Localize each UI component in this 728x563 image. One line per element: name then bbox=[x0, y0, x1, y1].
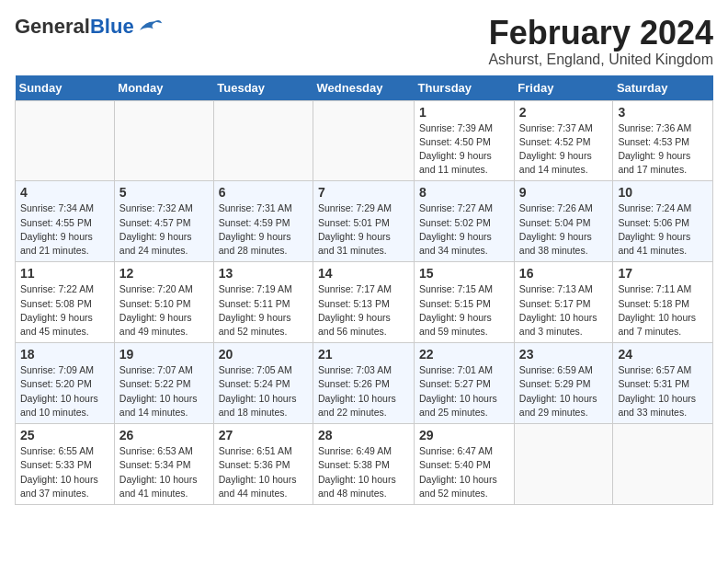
calendar-cell: 22Sunrise: 7:01 AM Sunset: 5:27 PM Dayli… bbox=[415, 343, 515, 424]
calendar-cell: 7Sunrise: 7:29 AM Sunset: 5:01 PM Daylig… bbox=[313, 181, 415, 262]
day-number: 29 bbox=[419, 428, 509, 442]
day-info: Sunrise: 6:57 AM Sunset: 5:31 PM Dayligh… bbox=[618, 363, 708, 419]
day-info: Sunrise: 7:17 AM Sunset: 5:13 PM Dayligh… bbox=[318, 282, 409, 339]
day-info: Sunrise: 7:32 AM Sunset: 4:57 PM Dayligh… bbox=[119, 201, 209, 258]
calendar-cell: 18Sunrise: 7:09 AM Sunset: 5:20 PM Dayli… bbox=[16, 343, 115, 424]
calendar-cell: 1Sunrise: 7:39 AM Sunset: 4:50 PM Daylig… bbox=[415, 100, 515, 181]
day-number: 17 bbox=[618, 266, 708, 281]
calendar-cell: 15Sunrise: 7:15 AM Sunset: 5:15 PM Dayli… bbox=[415, 262, 515, 343]
day-info: Sunrise: 7:07 AM Sunset: 5:22 PM Dayligh… bbox=[119, 363, 209, 419]
day-info: Sunrise: 6:59 AM Sunset: 5:29 PM Dayligh… bbox=[519, 363, 609, 419]
day-number: 27 bbox=[219, 428, 308, 442]
logo-bird-icon bbox=[136, 17, 164, 37]
calendar-cell: 14Sunrise: 7:17 AM Sunset: 5:13 PM Dayli… bbox=[313, 262, 415, 343]
day-number: 7 bbox=[318, 185, 409, 200]
calendar-cell: 10Sunrise: 7:24 AM Sunset: 5:06 PM Dayli… bbox=[613, 181, 713, 262]
weekday-header: Sunday bbox=[16, 75, 115, 101]
calendar-cell: 19Sunrise: 7:07 AM Sunset: 5:22 PM Dayli… bbox=[114, 343, 213, 424]
day-info: Sunrise: 7:29 AM Sunset: 5:01 PM Dayligh… bbox=[318, 201, 409, 258]
weekday-header: Tuesday bbox=[213, 75, 313, 101]
month-title: February 2024 bbox=[488, 15, 713, 52]
calendar-cell: 3Sunrise: 7:36 AM Sunset: 4:53 PM Daylig… bbox=[613, 100, 713, 181]
weekday-header: Thursday bbox=[415, 75, 515, 101]
weekday-header: Saturday bbox=[613, 75, 713, 101]
day-info: Sunrise: 7:15 AM Sunset: 5:15 PM Dayligh… bbox=[419, 282, 509, 339]
calendar-cell bbox=[16, 100, 115, 181]
calendar-cell: 26Sunrise: 6:53 AM Sunset: 5:34 PM Dayli… bbox=[114, 424, 213, 505]
day-info: Sunrise: 7:24 AM Sunset: 5:06 PM Dayligh… bbox=[618, 201, 708, 258]
day-number: 26 bbox=[119, 428, 209, 442]
calendar-cell: 5Sunrise: 7:32 AM Sunset: 4:57 PM Daylig… bbox=[114, 181, 213, 262]
day-number: 6 bbox=[219, 185, 308, 200]
page-header: GeneralBlue February 2024 Ashurst, Engla… bbox=[15, 15, 713, 68]
day-number: 10 bbox=[618, 185, 708, 200]
calendar-cell: 16Sunrise: 7:13 AM Sunset: 5:17 PM Dayli… bbox=[514, 262, 613, 343]
day-number: 14 bbox=[318, 266, 409, 281]
day-number: 11 bbox=[20, 266, 109, 281]
calendar-cell: 12Sunrise: 7:20 AM Sunset: 5:10 PM Dayli… bbox=[114, 262, 213, 343]
calendar-cell bbox=[613, 424, 713, 505]
day-info: Sunrise: 7:36 AM Sunset: 4:53 PM Dayligh… bbox=[618, 121, 708, 178]
day-info: Sunrise: 6:49 AM Sunset: 5:38 PM Dayligh… bbox=[318, 444, 409, 500]
calendar-cell: 23Sunrise: 6:59 AM Sunset: 5:29 PM Dayli… bbox=[514, 343, 613, 424]
calendar-cell: 8Sunrise: 7:27 AM Sunset: 5:02 PM Daylig… bbox=[415, 181, 515, 262]
day-number: 15 bbox=[419, 266, 509, 281]
day-info: Sunrise: 7:31 AM Sunset: 4:59 PM Dayligh… bbox=[219, 201, 308, 258]
calendar-table: SundayMondayTuesdayWednesdayThursdayFrid… bbox=[15, 75, 713, 505]
day-number: 24 bbox=[618, 347, 708, 362]
calendar-cell: 27Sunrise: 6:51 AM Sunset: 5:36 PM Dayli… bbox=[213, 424, 313, 505]
day-number: 13 bbox=[219, 266, 308, 281]
calendar-cell bbox=[213, 100, 313, 181]
calendar-cell: 29Sunrise: 6:47 AM Sunset: 5:40 PM Dayli… bbox=[415, 424, 515, 505]
calendar-cell: 20Sunrise: 7:05 AM Sunset: 5:24 PM Dayli… bbox=[213, 343, 313, 424]
day-number: 3 bbox=[618, 105, 708, 120]
day-info: Sunrise: 7:37 AM Sunset: 4:52 PM Dayligh… bbox=[519, 121, 609, 178]
day-info: Sunrise: 7:09 AM Sunset: 5:20 PM Dayligh… bbox=[20, 363, 109, 419]
calendar-cell: 11Sunrise: 7:22 AM Sunset: 5:08 PM Dayli… bbox=[16, 262, 115, 343]
day-info: Sunrise: 6:51 AM Sunset: 5:36 PM Dayligh… bbox=[219, 444, 308, 500]
calendar-cell bbox=[514, 424, 613, 505]
day-number: 9 bbox=[519, 185, 609, 200]
logo-text: GeneralBlue bbox=[15, 15, 134, 39]
day-number: 21 bbox=[318, 347, 409, 362]
day-info: Sunrise: 7:34 AM Sunset: 4:55 PM Dayligh… bbox=[20, 201, 109, 258]
logo-blue: Blue bbox=[90, 15, 134, 38]
day-info: Sunrise: 6:55 AM Sunset: 5:33 PM Dayligh… bbox=[20, 444, 109, 500]
day-info: Sunrise: 7:05 AM Sunset: 5:24 PM Dayligh… bbox=[219, 363, 308, 419]
day-info: Sunrise: 7:27 AM Sunset: 5:02 PM Dayligh… bbox=[419, 201, 509, 258]
day-info: Sunrise: 6:47 AM Sunset: 5:40 PM Dayligh… bbox=[419, 444, 509, 500]
day-info: Sunrise: 7:11 AM Sunset: 5:18 PM Dayligh… bbox=[618, 282, 708, 339]
calendar-cell: 28Sunrise: 6:49 AM Sunset: 5:38 PM Dayli… bbox=[313, 424, 415, 505]
day-info: Sunrise: 7:22 AM Sunset: 5:08 PM Dayligh… bbox=[20, 282, 109, 339]
calendar-week-row: 25Sunrise: 6:55 AM Sunset: 5:33 PM Dayli… bbox=[16, 424, 713, 505]
weekday-header: Friday bbox=[514, 75, 613, 101]
calendar-cell: 4Sunrise: 7:34 AM Sunset: 4:55 PM Daylig… bbox=[16, 181, 115, 262]
day-number: 2 bbox=[519, 105, 609, 120]
calendar-week-row: 4Sunrise: 7:34 AM Sunset: 4:55 PM Daylig… bbox=[16, 181, 713, 262]
calendar-cell: 25Sunrise: 6:55 AM Sunset: 5:33 PM Dayli… bbox=[16, 424, 115, 505]
calendar-cell: 24Sunrise: 6:57 AM Sunset: 5:31 PM Dayli… bbox=[613, 343, 713, 424]
location-title: Ashurst, England, United Kingdom bbox=[488, 52, 713, 68]
weekday-header: Wednesday bbox=[313, 75, 415, 101]
day-number: 12 bbox=[119, 266, 209, 281]
day-number: 22 bbox=[419, 347, 509, 362]
day-info: Sunrise: 7:39 AM Sunset: 4:50 PM Dayligh… bbox=[419, 121, 509, 178]
calendar-cell: 17Sunrise: 7:11 AM Sunset: 5:18 PM Dayli… bbox=[613, 262, 713, 343]
day-number: 23 bbox=[519, 347, 609, 362]
calendar-cell: 9Sunrise: 7:26 AM Sunset: 5:04 PM Daylig… bbox=[514, 181, 613, 262]
calendar-cell bbox=[313, 100, 415, 181]
calendar-cell: 13Sunrise: 7:19 AM Sunset: 5:11 PM Dayli… bbox=[213, 262, 313, 343]
calendar-week-row: 1Sunrise: 7:39 AM Sunset: 4:50 PM Daylig… bbox=[16, 100, 713, 181]
day-info: Sunrise: 7:13 AM Sunset: 5:17 PM Dayligh… bbox=[519, 282, 609, 339]
day-number: 4 bbox=[20, 185, 109, 200]
day-info: Sunrise: 6:53 AM Sunset: 5:34 PM Dayligh… bbox=[119, 444, 209, 500]
day-number: 28 bbox=[318, 428, 409, 442]
calendar-week-row: 11Sunrise: 7:22 AM Sunset: 5:08 PM Dayli… bbox=[16, 262, 713, 343]
calendar-cell: 21Sunrise: 7:03 AM Sunset: 5:26 PM Dayli… bbox=[313, 343, 415, 424]
day-info: Sunrise: 7:01 AM Sunset: 5:27 PM Dayligh… bbox=[419, 363, 509, 419]
logo: GeneralBlue bbox=[15, 15, 164, 39]
calendar-cell: 6Sunrise: 7:31 AM Sunset: 4:59 PM Daylig… bbox=[213, 181, 313, 262]
day-info: Sunrise: 7:26 AM Sunset: 5:04 PM Dayligh… bbox=[519, 201, 609, 258]
calendar-cell: 2Sunrise: 7:37 AM Sunset: 4:52 PM Daylig… bbox=[514, 100, 613, 181]
day-number: 18 bbox=[20, 347, 109, 362]
